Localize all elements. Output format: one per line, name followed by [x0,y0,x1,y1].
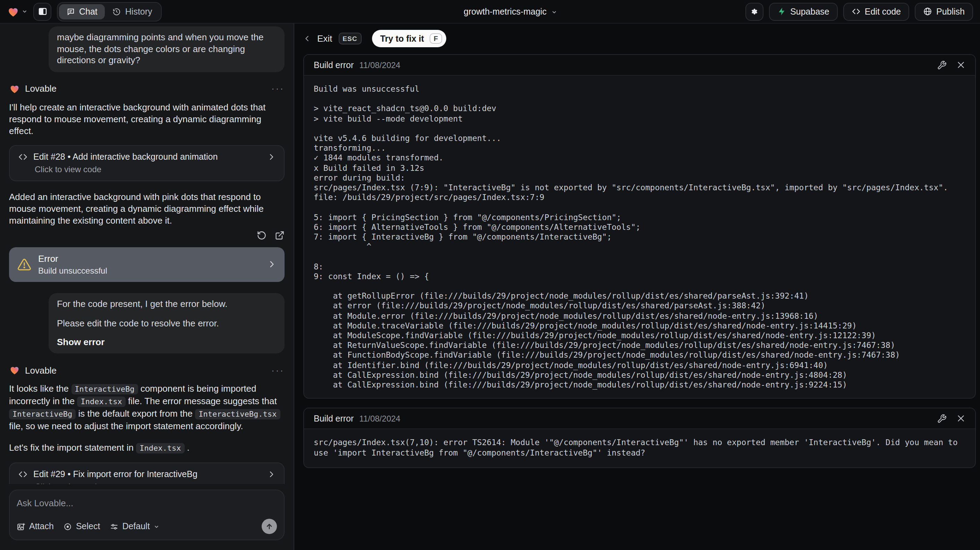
mode-selector[interactable]: Default [110,521,159,531]
supabase-label: Supabase [790,6,829,16]
chevron-down-icon [551,9,558,15]
user-message-text: For the code present, I get the error be… [57,298,276,310]
panel-date: 11/08/2024 [359,60,400,70]
panel-title: Build error [314,60,354,70]
panel-title: Build error [314,414,354,424]
select-element-button[interactable]: Select [64,521,100,531]
attach-label: Attach [29,521,54,531]
build-error-panel-2-header: Build error 11/08/2024 [304,409,975,429]
publish-label: Publish [936,6,965,16]
select-label: Select [76,521,100,531]
edit-29-title: Edit #29 • Fix import error for Interact… [33,469,262,479]
tab-chat-label: Chat [79,6,97,16]
tab-history-label: History [125,6,152,16]
chevron-right-icon [267,152,275,161]
chat-message-list[interactable]: maybe diagramming points and when you mo… [0,24,294,484]
supabase-button[interactable]: Supabase [768,2,838,21]
f-key-badge: F [430,33,442,44]
chat-composer: Attach Select [9,489,285,540]
fix-wrench-button[interactable] [937,60,947,70]
project-switcher[interactable]: growth-metrics-magic [464,0,558,24]
chat-sidebar: maybe diagramming points and when you mo… [0,24,294,550]
chevron-right-icon [267,260,276,269]
message-actions [9,230,285,240]
assistant-paragraph: Added an interactive background with pin… [9,191,285,226]
assistant-paragraph: I'll help create an interactive backgrou… [9,101,285,137]
try-to-fix-button[interactable]: Try to fix it F [372,30,446,47]
exit-button[interactable]: Exit [317,33,332,44]
user-message: For the code present, I get the error be… [49,293,285,354]
settings-button[interactable] [745,2,763,21]
sliders-icon [110,522,119,531]
message-options-button[interactable]: ··· [271,365,285,375]
restore-version-button[interactable] [257,230,267,240]
assistant-paragraph-rich: It looks like the InteractiveBg componen… [9,383,285,432]
lovable-heart-logo-icon [9,83,20,94]
publish-button[interactable]: Publish [915,2,973,21]
chat-history-tabs: Chat History [57,2,162,21]
assistant-name: Lovable [25,83,57,94]
arrow-up-icon [265,522,274,531]
user-message-text: maybe diagramming points and when you mo… [57,32,276,66]
assistant-paragraph-rich: Let's fix the import statement in Index.… [9,442,285,454]
sidebar-toggle-button[interactable] [33,2,51,21]
close-icon[interactable] [956,61,966,69]
chat-input[interactable] [17,498,277,509]
chevron-left-icon [303,35,311,42]
lovable-logo-menu[interactable] [7,5,28,18]
tab-history[interactable]: History [105,4,160,19]
attach-image-icon [17,522,26,531]
project-title: growth-metrics-magic [464,7,547,17]
globe-icon [923,7,932,16]
edit-28-subtitle: Click to view code [35,164,275,174]
panel-date: 11/08/2024 [359,414,400,424]
close-icon[interactable] [956,414,966,423]
edit-28-title: Edit #28 • Add interactive background an… [33,152,262,161]
edit-29-card[interactable]: Edit #29 • Fix import error for Interact… [9,462,285,484]
lovable-heart-logo-icon [9,365,20,376]
build-error-panel-1-header: Build error 11/08/2024 [304,55,975,76]
chevron-right-icon [267,470,275,478]
top-bar: Chat History growth-metrics-magic [0,0,980,24]
history-clock-icon [113,7,121,16]
attach-button[interactable]: Attach [17,521,54,531]
build-error-panel-2: Build error 11/08/2024 src/pages/Index.t… [303,408,976,468]
code-brackets-icon [851,7,861,16]
error-card-title: Error [38,253,260,263]
user-message: maybe diagramming points and when you mo… [49,26,285,72]
code-brackets-icon [18,152,28,161]
send-button[interactable] [262,519,277,534]
tab-chat[interactable]: Chat [59,4,105,19]
error-view-panel: Exit ESC Try to fix it F Build error 11/… [294,24,980,550]
error-view-header: Exit ESC Try to fix it F [303,30,976,47]
code-brackets-icon [18,469,28,479]
assistant-message-header: Lovable ··· [9,365,285,376]
message-options-button[interactable]: ··· [271,83,285,94]
mode-label: Default [122,521,150,531]
build-error-card[interactable]: Error Build unsuccessful [9,247,285,282]
chevron-down-icon [153,523,160,529]
build-error-log: src/pages/Index.tsx(7,10): error TS2614:… [304,429,975,467]
user-message-text: Please edit the code to resolve the erro… [57,318,276,330]
gear-icon [749,6,759,16]
warning-triangle-icon [18,257,31,271]
show-error-link[interactable]: Show error [57,336,276,348]
edit-code-button[interactable]: Edit code [843,2,909,21]
open-preview-button[interactable] [275,230,285,240]
assistant-message-header: Lovable ··· [9,83,285,94]
edit-28-card[interactable]: Edit #28 • Add interactive background an… [9,145,285,181]
supabase-bolt-icon [777,7,786,16]
build-error-log: Build was unsuccessful > vite_react_shad… [304,76,975,398]
try-to-fix-label: Try to fix it [380,33,424,43]
chevron-down-icon [22,8,28,14]
panel-left-icon [37,6,48,17]
build-error-panel-1: Build error 11/08/2024 Build was unsucce… [303,54,976,399]
lovable-heart-logo-icon [7,5,19,18]
error-card-subtitle: Build unsuccessful [38,266,260,275]
app-window: Chat History growth-metrics-magic [0,0,980,550]
chat-bubble-icon [67,7,75,16]
esc-key-badge: ESC [338,33,361,45]
assistant-name: Lovable [25,365,57,375]
fix-wrench-button[interactable] [937,414,947,424]
target-icon [64,522,73,531]
